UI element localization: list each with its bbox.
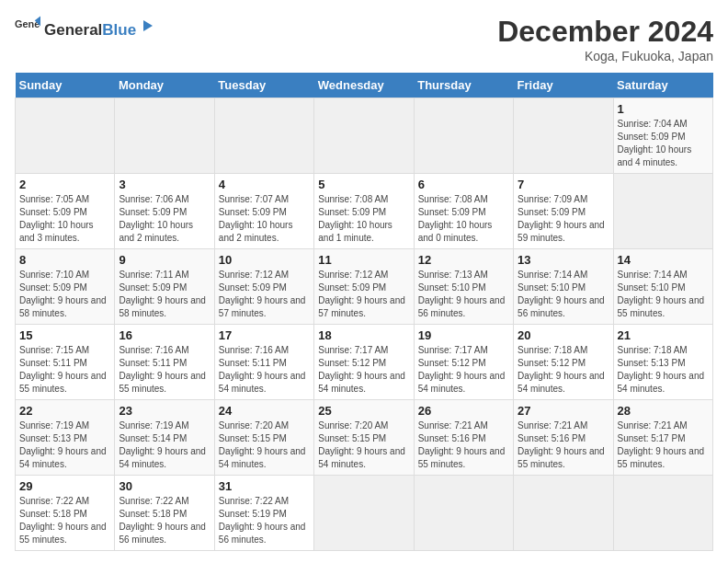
day-info: Sunrise: 7:16 AMSunset: 5:11 PMDaylight:… [219, 345, 306, 394]
day-info: Sunrise: 7:19 AMSunset: 5:13 PMDaylight:… [19, 420, 107, 469]
day-info: Sunrise: 7:20 AMSunset: 5:15 PMDaylight:… [219, 420, 306, 469]
calendar-cell: 5Sunrise: 7:08 AMSunset: 5:09 PMDaylight… [314, 174, 414, 249]
calendar-cell: 4Sunrise: 7:07 AMSunset: 5:09 PMDaylight… [214, 174, 313, 249]
calendar-cell-empty [414, 476, 513, 551]
calendar-cell-empty [314, 476, 414, 551]
calendar-cell: 20Sunrise: 7:18 AMSunset: 5:12 PMDayligh… [514, 325, 613, 400]
calendar-cell-empty [414, 98, 513, 174]
calendar-cell: 12Sunrise: 7:13 AMSunset: 5:10 PMDayligh… [414, 249, 513, 325]
day-of-week-header: Saturday [613, 73, 712, 98]
day-number: 22 [19, 404, 110, 418]
calendar-cell: 14Sunrise: 7:14 AMSunset: 5:10 PMDayligh… [613, 249, 712, 325]
calendar-title: December 2024 [497, 15, 713, 49]
day-number: 3 [119, 178, 210, 191]
logo-blue: Blue [102, 21, 136, 40]
day-number: 28 [618, 404, 709, 418]
day-number: 8 [19, 253, 110, 267]
day-number: 9 [119, 253, 210, 267]
day-of-week-header: Friday [514, 73, 613, 98]
calendar-cell: 10Sunrise: 7:12 AMSunset: 5:09 PMDayligh… [214, 249, 313, 325]
day-info: Sunrise: 7:07 AMSunset: 5:09 PMDaylight:… [219, 194, 293, 243]
day-of-week-header: Tuesday [214, 73, 313, 98]
day-info: Sunrise: 7:14 AMSunset: 5:10 PMDaylight:… [618, 270, 705, 318]
calendar-cell: 8Sunrise: 7:10 AMSunset: 5:09 PMDaylight… [16, 249, 115, 325]
calendar-week-row: 2Sunrise: 7:05 AMSunset: 5:09 PMDaylight… [16, 174, 713, 249]
day-info: Sunrise: 7:12 AMSunset: 5:09 PMDaylight:… [318, 270, 405, 318]
calendar-cell: 21Sunrise: 7:18 AMSunset: 5:13 PMDayligh… [613, 325, 712, 400]
day-info: Sunrise: 7:17 AMSunset: 5:12 PMDaylight:… [418, 345, 506, 394]
calendar-week-row: 22Sunrise: 7:19 AMSunset: 5:13 PMDayligh… [16, 400, 713, 476]
calendar-cell-empty [613, 174, 712, 249]
day-number: 21 [618, 328, 709, 342]
day-number: 18 [318, 328, 409, 342]
day-number: 2 [19, 178, 110, 191]
day-info: Sunrise: 7:18 AMSunset: 5:12 PMDaylight:… [518, 345, 605, 394]
day-number: 29 [19, 479, 110, 493]
day-info: Sunrise: 7:10 AMSunset: 5:09 PMDaylight:… [19, 270, 107, 318]
calendar-header-row: SundayMondayTuesdayWednesdayThursdayFrid… [16, 73, 713, 98]
day-number: 20 [518, 328, 609, 342]
calendar-cell-empty [314, 98, 414, 174]
calendar-cell: 9Sunrise: 7:11 AMSunset: 5:09 PMDaylight… [115, 249, 214, 325]
day-info: Sunrise: 7:22 AMSunset: 5:18 PMDaylight:… [119, 496, 206, 545]
calendar-cell: 22Sunrise: 7:19 AMSunset: 5:13 PMDayligh… [16, 400, 115, 476]
day-info: Sunrise: 7:22 AMSunset: 5:19 PMDaylight:… [219, 496, 306, 545]
day-of-week-header: Sunday [16, 73, 115, 98]
calendar-week-row: 8Sunrise: 7:10 AMSunset: 5:09 PMDaylight… [16, 249, 713, 325]
day-info: Sunrise: 7:11 AMSunset: 5:09 PMDaylight:… [119, 270, 206, 318]
day-number: 19 [418, 328, 509, 342]
day-info: Sunrise: 7:21 AMSunset: 5:16 PMDaylight:… [418, 420, 506, 469]
day-info: Sunrise: 7:12 AMSunset: 5:09 PMDaylight:… [219, 270, 306, 318]
day-number: 10 [219, 253, 310, 267]
calendar-cell: 31Sunrise: 7:22 AMSunset: 5:19 PMDayligh… [214, 476, 313, 551]
day-number: 12 [418, 253, 509, 267]
calendar-cell: 3Sunrise: 7:06 AMSunset: 5:09 PMDaylight… [115, 174, 214, 249]
day-number: 5 [318, 178, 409, 191]
day-of-week-header: Thursday [414, 73, 513, 98]
calendar-cell: 29Sunrise: 7:22 AMSunset: 5:18 PMDayligh… [16, 476, 115, 551]
day-number: 25 [318, 404, 409, 418]
calendar-cell: 16Sunrise: 7:16 AMSunset: 5:11 PMDayligh… [115, 325, 214, 400]
day-number: 7 [518, 178, 609, 191]
day-number: 13 [518, 253, 609, 267]
day-number: 14 [618, 253, 709, 267]
day-info: Sunrise: 7:18 AMSunset: 5:13 PMDaylight:… [618, 345, 705, 394]
day-info: Sunrise: 7:09 AMSunset: 5:09 PMDaylight:… [518, 194, 605, 243]
day-number: 4 [219, 178, 310, 191]
calendar-week-row: 15Sunrise: 7:15 AMSunset: 5:11 PMDayligh… [16, 325, 713, 400]
day-number: 17 [219, 328, 310, 342]
day-number: 31 [219, 479, 310, 493]
calendar-week-row: 1Sunrise: 7:04 AMSunset: 5:09 PMDaylight… [16, 98, 713, 174]
calendar-cell-empty [214, 98, 313, 174]
calendar-cell-empty [514, 476, 613, 551]
day-info: Sunrise: 7:14 AMSunset: 5:10 PMDaylight:… [518, 270, 605, 318]
day-info: Sunrise: 7:06 AMSunset: 5:09 PMDaylight:… [119, 194, 193, 243]
day-info: Sunrise: 7:19 AMSunset: 5:14 PMDaylight:… [119, 420, 206, 469]
calendar-cell: 17Sunrise: 7:16 AMSunset: 5:11 PMDayligh… [214, 325, 313, 400]
day-number: 6 [418, 178, 509, 191]
calendar-cell-empty [514, 98, 613, 174]
calendar-cell: 19Sunrise: 7:17 AMSunset: 5:12 PMDayligh… [414, 325, 513, 400]
day-info: Sunrise: 7:16 AMSunset: 5:11 PMDaylight:… [119, 345, 206, 394]
day-number: 23 [119, 404, 210, 418]
day-number: 15 [19, 328, 110, 342]
calendar-cell: 30Sunrise: 7:22 AMSunset: 5:18 PMDayligh… [115, 476, 214, 551]
calendar-cell: 6Sunrise: 7:08 AMSunset: 5:09 PMDaylight… [414, 174, 513, 249]
day-info: Sunrise: 7:13 AMSunset: 5:10 PMDaylight:… [418, 270, 506, 318]
calendar-table: SundayMondayTuesdayWednesdayThursdayFrid… [15, 73, 713, 551]
logo-chevron-icon [138, 17, 156, 35]
page-header: General General Blue December 2024 Koga,… [15, 15, 713, 63]
svg-marker-1 [143, 20, 153, 31]
calendar-week-row: 29Sunrise: 7:22 AMSunset: 5:18 PMDayligh… [16, 476, 713, 551]
day-info: Sunrise: 7:21 AMSunset: 5:17 PMDaylight:… [618, 420, 705, 469]
calendar-subtitle: Koga, Fukuoka, Japan [497, 49, 713, 63]
day-info: Sunrise: 7:04 AMSunset: 5:09 PMDaylight:… [618, 119, 692, 167]
calendar-cell: 28Sunrise: 7:21 AMSunset: 5:17 PMDayligh… [613, 400, 712, 476]
day-number: 30 [119, 479, 210, 493]
calendar-cell: 25Sunrise: 7:20 AMSunset: 5:15 PMDayligh… [314, 400, 414, 476]
calendar-cell: 23Sunrise: 7:19 AMSunset: 5:14 PMDayligh… [115, 400, 214, 476]
day-info: Sunrise: 7:15 AMSunset: 5:11 PMDaylight:… [19, 345, 107, 394]
logo: General General Blue [15, 15, 156, 40]
calendar-cell-empty [16, 98, 115, 174]
day-number: 16 [119, 328, 210, 342]
